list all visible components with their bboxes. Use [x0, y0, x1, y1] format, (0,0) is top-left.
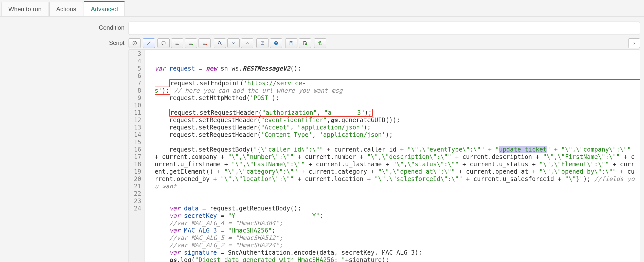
condition-label: Condition [4, 22, 129, 31]
wand-icon[interactable] [143, 38, 155, 48]
line-gutter: 3 4 5 6 7 8 9 10 11 12 13 14 15 16 17 18… [129, 50, 145, 262]
chevron-down-icon[interactable] [227, 38, 240, 48]
info-icon[interactable]: ? [270, 38, 282, 48]
tab-when-to-run[interactable]: When to run [2, 2, 48, 16]
svg-point-4 [192, 44, 193, 45]
open-external-icon[interactable] [256, 38, 269, 48]
search-icon[interactable] [214, 38, 226, 48]
condition-input[interactable] [129, 22, 640, 35]
find-replace-add-icon[interactable] [185, 38, 197, 48]
tabs-bar: When to run Actions Advanced [0, 0, 644, 17]
svg-point-12 [319, 42, 321, 44]
svg-rect-10 [291, 41, 292, 42]
script-editor[interactable]: 3 4 5 6 7 8 9 10 11 12 13 14 15 16 17 18… [129, 50, 640, 262]
svg-rect-3 [162, 42, 165, 44]
tab-actions[interactable]: Actions [49, 2, 83, 16]
script-row: Script ? ? [4, 37, 640, 262]
condition-row: Condition [4, 22, 640, 35]
gear-save-icon[interactable] [299, 38, 311, 48]
svg-point-11 [305, 43, 307, 45]
help-icon[interactable]: ? [129, 38, 141, 48]
find-replace-remove-icon[interactable] [199, 38, 211, 48]
svg-point-2 [150, 41, 150, 42]
code-area[interactable]: var request = new sn_ws.RESTMessageV2();… [145, 50, 640, 262]
chevron-up-icon[interactable] [241, 38, 253, 48]
script-label: Script [4, 37, 129, 46]
script-toolbar: ? ? [129, 37, 640, 50]
svg-point-6 [218, 41, 221, 44]
svg-text:?: ? [275, 42, 277, 45]
svg-text:?: ? [134, 42, 135, 45]
svg-point-5 [205, 44, 207, 45]
tab-advanced[interactable]: Advanced [84, 1, 125, 16]
save-icon[interactable] [285, 38, 297, 48]
indent-icon[interactable] [171, 38, 183, 48]
comment-icon[interactable] [157, 38, 170, 48]
collapse-toggle[interactable] [628, 38, 640, 48]
refresh-icon[interactable] [314, 38, 326, 48]
